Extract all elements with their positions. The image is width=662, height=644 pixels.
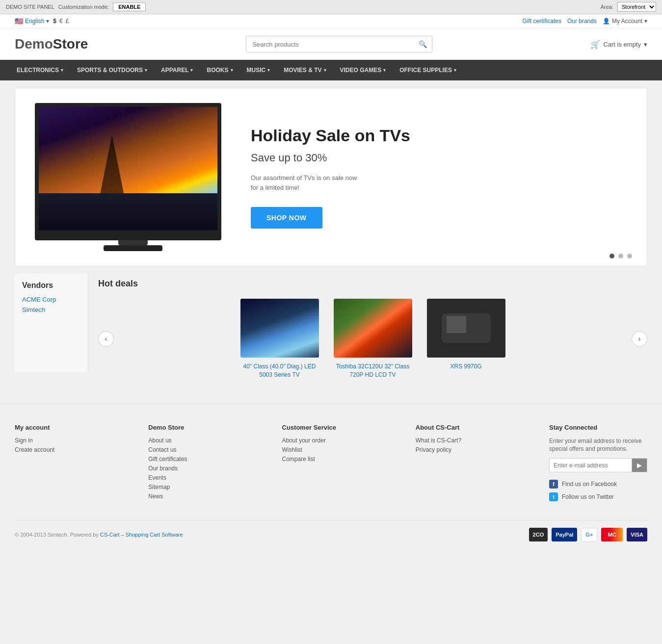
product-card-2: Toshiba 32C120U 32" Class 720P HD LCD TV [331, 299, 415, 379]
nav-item-books[interactable]: BOOKS ▾ [200, 60, 239, 80]
carousel-dots [609, 254, 632, 258]
footer-demo-store-title: Demo Store [148, 424, 267, 431]
admin-bar-right: Area: Storefront [601, 2, 656, 12]
admin-bar-left: DEMO SITE PANEL Customization mode: ENAB… [6, 2, 146, 11]
carousel-prev-arrow[interactable]: ‹ [98, 331, 114, 347]
language-selector[interactable]: 🇺🇸 English ▾ [15, 17, 49, 25]
my-account-link[interactable]: 👤 My Account ▾ [603, 18, 647, 25]
footer-gift-certificates[interactable]: Gift certificates [148, 456, 267, 463]
search-button[interactable]: 🔍 [414, 36, 432, 52]
cart-label: Cart is empty [603, 41, 641, 48]
hot-deals-title: Hot deals [98, 279, 647, 289]
footer-stay-connected-title: Stay Connected [549, 424, 647, 431]
carousel-dot-1[interactable] [609, 254, 614, 258]
currency-gbp[interactable]: £ [66, 18, 69, 25]
customization-mode-label: Customization mode: [58, 4, 109, 10]
vendors-sidebar: Vendors ACME Corp Simtech [15, 274, 88, 372]
tv-screen [39, 107, 217, 231]
footer-our-brands[interactable]: Our brands [148, 465, 267, 472]
footer-compare-list[interactable]: Compare list [282, 456, 401, 463]
product-thumb-1 [240, 299, 319, 358]
payment-2co: 2CO [529, 528, 548, 541]
product-card-3: XRS 9970G [424, 299, 508, 379]
currency-eur[interactable]: € [59, 18, 63, 25]
hero-description: Our assortment of TVs is on sale nowfor … [251, 173, 627, 194]
nav-label-books: BOOKS [207, 67, 228, 74]
currency-links: $ € £ [53, 18, 69, 25]
shop-now-button[interactable]: SHOP NOW [251, 207, 322, 229]
top-bar: 🇺🇸 English ▾ $ € £ Gift certificates Our… [0, 14, 662, 28]
powered-by-link[interactable]: CS-Cart – Shopping Cart Software [100, 532, 183, 538]
hero-tv-image [35, 103, 221, 240]
nav-arrow-books: ▾ [231, 68, 233, 73]
nav-item-sports[interactable]: SPORTS & OUTDOORS ▾ [70, 60, 154, 80]
footer-my-account-title: My account [15, 424, 133, 431]
logo-demo-text: Demo [15, 36, 53, 52]
nav-item-electronics[interactable]: ELECTRONICS ▾ [10, 60, 70, 80]
payment-visa: VISA [627, 528, 647, 541]
nav-item-games[interactable]: VIDEO GAMES ▾ [333, 60, 393, 80]
top-bar-right: Gift certificates Our brands 👤 My Accoun… [523, 18, 647, 25]
twitter-link[interactable]: t Follow us on Twitter [549, 492, 647, 501]
copyright-text: © 2004-2013 Simtech. [15, 532, 69, 538]
product-thumb-3 [427, 299, 505, 358]
logo[interactable]: Demo Store [15, 36, 88, 52]
nav-item-office[interactable]: OFFICE SUPPLIES ▾ [393, 60, 463, 80]
nav-item-movies[interactable]: MOVIES & TV ▾ [277, 60, 333, 80]
facebook-link[interactable]: f Find us on Facebook [549, 480, 647, 489]
enable-button[interactable]: ENABLE [113, 2, 146, 11]
footer-wishlist[interactable]: Wishlist [282, 446, 401, 453]
footer-demo-store: Demo Store About us Contact us Gift cert… [148, 424, 267, 506]
subscribe-button[interactable]: ▶ [632, 458, 647, 472]
nav-label-games: VIDEO GAMES [340, 67, 382, 74]
carousel-dot-3[interactable] [627, 254, 632, 258]
cart-area[interactable]: 🛒 Cart is empty ▾ [590, 40, 647, 49]
account-chevron-icon: ▾ [644, 18, 647, 25]
twitter-icon: t [549, 492, 558, 501]
nav-item-apparel[interactable]: APPAREL ▾ [154, 60, 200, 80]
footer-sitemap[interactable]: Sitemap [148, 484, 267, 490]
account-icon: 👤 [603, 18, 610, 25]
footer-about-us[interactable]: About us [148, 437, 267, 444]
vendor-acme-corp[interactable]: ACME Corp [22, 296, 80, 303]
footer-privacy-policy[interactable]: Privacy policy [416, 446, 534, 453]
product-image-camera [427, 299, 505, 358]
search-input[interactable] [246, 37, 414, 52]
currency-usd[interactable]: $ [53, 18, 56, 25]
gift-certificates-link[interactable]: Gift certificates [523, 18, 561, 25]
footer-sign-in[interactable]: Sign in [15, 437, 133, 444]
nav-item-music[interactable]: MUSIC ▾ [240, 60, 277, 80]
footer: My account Sign in Create account Demo S… [0, 404, 662, 552]
payment-paypal: PayPal [552, 528, 577, 541]
email-subscribe-input[interactable] [549, 458, 632, 472]
nav-label-electronics: ELECTRONICS [17, 67, 59, 74]
footer-news[interactable]: News [148, 493, 267, 500]
footer-contact-us[interactable]: Contact us [148, 446, 267, 453]
hero-banner: Holiday Sale on TVs Save up to 30% Our a… [15, 88, 647, 266]
email-subscribe-area: ▶ [549, 458, 647, 472]
cart-icon: 🛒 [590, 40, 600, 49]
product-image-tv2 [334, 299, 412, 358]
lang-chevron-icon: ▾ [46, 18, 49, 25]
footer-about-cscart-title: About CS-Cart [416, 424, 534, 431]
footer-my-account: My account Sign in Create account [15, 424, 133, 506]
product-name-1[interactable]: 40" Class (40.0" Diag.) LED 5003 Series … [238, 362, 321, 379]
header: Demo Store 🔍 🛒 Cart is empty ▾ [0, 28, 662, 60]
footer-what-is-cscart[interactable]: What is CS-Cart? [416, 437, 534, 444]
flag-icon: 🇺🇸 [15, 17, 23, 25]
nav-arrow-music: ▾ [267, 68, 270, 73]
footer-create-account[interactable]: Create account [15, 446, 133, 453]
footer-events[interactable]: Events [148, 474, 267, 481]
our-brands-link[interactable]: Our brands [567, 18, 597, 25]
carousel-next-arrow[interactable]: › [632, 331, 647, 347]
nav-arrow-games: ▾ [383, 68, 386, 73]
product-name-2[interactable]: Toshiba 32C120U 32" Class 720P HD LCD TV [331, 362, 415, 379]
carousel-dot-2[interactable] [618, 254, 623, 258]
product-name-3[interactable]: XRS 9970G [424, 362, 508, 371]
footer-about-order[interactable]: About your order [282, 437, 401, 444]
cart-chevron-icon: ▾ [644, 41, 647, 48]
area-select[interactable]: Storefront [617, 2, 656, 12]
camera-shape [442, 313, 491, 343]
vendor-simtech[interactable]: Simtech [22, 306, 80, 313]
nav-label-apparel: APPAREL [161, 67, 188, 74]
